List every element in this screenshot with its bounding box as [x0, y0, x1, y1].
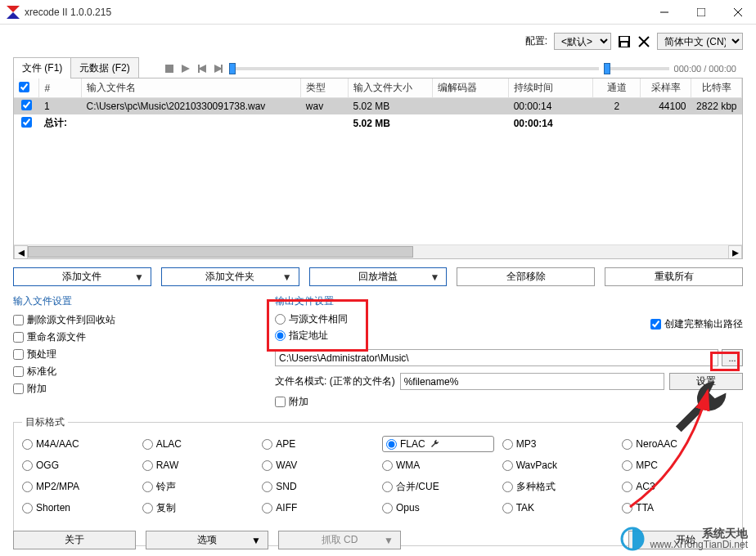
minimize-button[interactable] — [646, 0, 682, 24]
col-size[interactable]: 输入文件大小 — [349, 78, 433, 98]
format-radio[interactable] — [502, 439, 513, 450]
format-[interactable]: 复制 — [142, 500, 254, 516]
add-file-button[interactable]: 添加文件▼ — [13, 267, 151, 286]
format-ac3[interactable]: AC3 — [622, 478, 734, 495]
chk-normalize[interactable] — [13, 366, 24, 377]
row-check[interactable] — [21, 100, 32, 110]
col-num[interactable]: # — [39, 78, 82, 98]
col-ch[interactable]: 通道 — [593, 78, 641, 98]
format-radio[interactable] — [622, 460, 632, 471]
format-aiff[interactable]: AIFF — [262, 500, 374, 516]
close-button[interactable] — [719, 0, 756, 24]
filename-pattern-input[interactable] — [400, 373, 664, 390]
format-radio[interactable] — [22, 482, 33, 492]
format-radio[interactable] — [622, 439, 632, 450]
format-wavpack[interactable]: WavPack — [502, 457, 614, 473]
format-opus[interactable]: Opus — [382, 500, 494, 516]
delete-profile-icon[interactable] — [637, 35, 650, 48]
scroll-left-icon[interactable]: ◂ — [14, 245, 28, 259]
format-radio[interactable] — [386, 439, 397, 450]
format-radio[interactable] — [262, 460, 272, 471]
format-radio[interactable] — [262, 482, 272, 492]
reload-all-button[interactable]: 重载所有 — [605, 267, 743, 286]
format-radio[interactable] — [382, 503, 393, 513]
format-radio[interactable] — [22, 503, 33, 513]
remove-all-button[interactable]: 全部移除 — [457, 267, 595, 286]
format-ogg[interactable]: OGG — [22, 457, 134, 473]
prev-button[interactable] — [196, 63, 208, 74]
radio-same-as-source[interactable] — [275, 314, 286, 325]
add-folder-button[interactable]: 添加文件夹▼ — [161, 267, 299, 286]
format-alac[interactable]: ALAC — [142, 436, 254, 452]
browse-button[interactable]: ... — [722, 349, 743, 366]
options-button[interactable]: 选项▼ — [146, 531, 268, 549]
format-ape[interactable]: APE — [262, 436, 374, 452]
format-m4aaac[interactable]: M4A/AAC — [22, 436, 134, 452]
about-button[interactable]: 关于 — [13, 531, 136, 549]
grab-cd-button[interactable]: 抓取 CD▼ — [278, 531, 401, 549]
h-scrollbar[interactable]: ◂ ▸ — [14, 244, 742, 258]
format-wav[interactable]: WAV — [262, 457, 374, 473]
next-button[interactable] — [213, 63, 224, 74]
format-radio[interactable] — [502, 460, 513, 471]
col-codec[interactable]: 编解码器 — [433, 78, 509, 98]
format-mp3[interactable]: MP3 — [502, 436, 614, 452]
replay-gain-button[interactable]: 回放增益▼ — [309, 267, 448, 286]
format-radio[interactable] — [142, 503, 153, 513]
format-tak[interactable]: TAK — [502, 500, 614, 516]
output-path-input[interactable] — [275, 349, 718, 366]
chk-delete-recycle[interactable] — [13, 315, 24, 325]
format-radio[interactable] — [142, 439, 153, 450]
chk-append-out[interactable] — [275, 397, 286, 407]
col-type[interactable]: 类型 — [301, 78, 349, 98]
format-tta[interactable]: TTA — [622, 500, 734, 516]
chk-create-full-path[interactable] — [650, 319, 661, 330]
format-mpc[interactable]: MPC — [622, 457, 734, 473]
volume-slider[interactable] — [604, 67, 669, 70]
format-cue[interactable]: 合并/CUE — [382, 478, 494, 495]
format-[interactable]: 多种格式 — [502, 478, 614, 495]
language-select[interactable]: 简体中文 (CN) — [657, 33, 743, 50]
scroll-right-icon[interactable]: ▸ — [728, 245, 742, 259]
save-icon[interactable] — [618, 35, 631, 48]
col-dur[interactable]: 持续时间 — [509, 78, 593, 98]
chk-preprocess[interactable] — [13, 349, 24, 360]
col-check[interactable] — [14, 78, 39, 98]
col-br[interactable]: 比特率 — [691, 78, 742, 98]
format-radio[interactable] — [262, 439, 272, 450]
format-shorten[interactable]: Shorten — [22, 500, 134, 516]
table-row[interactable]: 1 C:\Users\pc\Music\20210330091738.wav w… — [14, 98, 742, 115]
format-radio[interactable] — [142, 482, 153, 492]
profile-select[interactable]: <默认> — [554, 33, 611, 50]
wrench-icon[interactable] — [430, 439, 440, 449]
tab-metadata[interactable]: 元数据 (F2) — [71, 57, 138, 78]
format-radio[interactable] — [382, 460, 393, 471]
format-[interactable]: 铃声 — [142, 478, 254, 495]
format-radio[interactable] — [622, 482, 632, 492]
set-filename-button[interactable]: 设置 — [669, 373, 743, 390]
total-check[interactable] — [21, 117, 32, 128]
tab-files[interactable]: 文件 (F1) — [13, 57, 71, 78]
format-raw[interactable]: RAW — [142, 457, 254, 473]
format-radio[interactable] — [22, 460, 33, 471]
format-radio[interactable] — [262, 503, 272, 513]
format-radio[interactable] — [22, 439, 33, 450]
format-radio[interactable] — [382, 482, 393, 492]
chk-rename-source[interactable] — [13, 332, 24, 343]
stop-button[interactable] — [164, 63, 175, 74]
format-radio[interactable] — [502, 503, 513, 513]
format-mp2mpa[interactable]: MP2/MPA — [22, 478, 134, 495]
format-radio[interactable] — [142, 460, 153, 471]
format-flac[interactable]: FLAC — [382, 436, 494, 452]
col-name[interactable]: 输入文件名 — [82, 78, 301, 98]
format-snd[interactable]: SND — [262, 478, 374, 495]
format-radio[interactable] — [502, 482, 513, 492]
check-all[interactable] — [19, 82, 29, 92]
chk-append-in[interactable] — [13, 383, 24, 394]
maximize-button[interactable] — [682, 0, 719, 24]
seek-slider[interactable] — [229, 67, 599, 70]
format-wma[interactable]: WMA — [382, 457, 494, 473]
radio-specify-path[interactable] — [275, 330, 286, 341]
format-radio[interactable] — [622, 503, 632, 513]
col-sr[interactable]: 采样率 — [641, 78, 691, 98]
